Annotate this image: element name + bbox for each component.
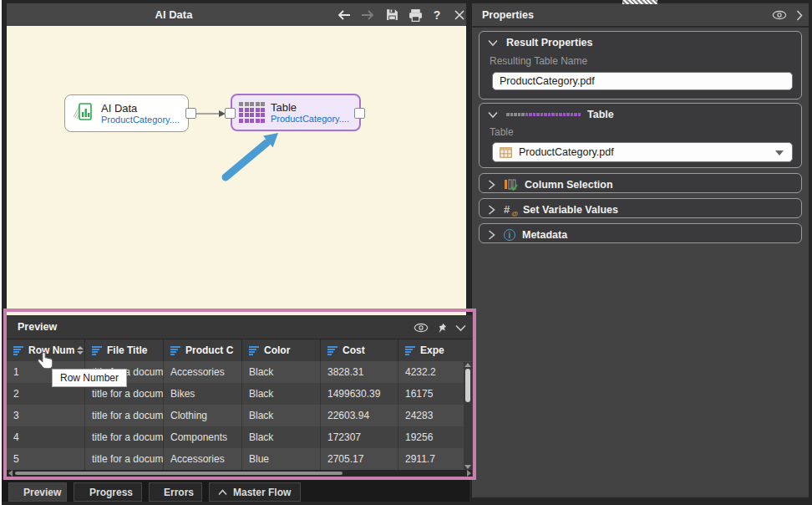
column-label: Product C — [185, 344, 233, 356]
column-header-color[interactable]: Color — [242, 339, 321, 361]
output-port[interactable] — [185, 108, 196, 119]
cell: title for a docume — [85, 448, 164, 470]
sort-bars-icon — [405, 346, 416, 355]
annotation-arrow — [216, 128, 287, 186]
flow-canvas[interactable]: AI Data ProductCategory.... Table Produc… — [7, 26, 466, 315]
cell: Blue — [242, 448, 321, 470]
flow-title: AI Data — [7, 3, 341, 26]
cell: 2705.17 — [321, 448, 398, 470]
tab-master-flow[interactable]: Master Flow — [209, 482, 301, 502]
cell: 4232.2 — [398, 361, 473, 383]
node-subtitle: ProductCategory.... — [101, 115, 180, 125]
horizontal-scrollbar[interactable] — [7, 470, 473, 477]
scroll-down-icon[interactable] — [464, 465, 471, 469]
chevron-right-icon — [488, 205, 495, 215]
chevron-right-icon — [488, 230, 495, 240]
column-header-cost[interactable]: Cost — [321, 339, 398, 361]
preview-title: Preview — [18, 315, 57, 339]
collapse-panel-icon[interactable] — [453, 320, 468, 335]
preview-panel: Preview Row Num File Title — [7, 315, 473, 477]
scroll-left-icon[interactable] — [8, 470, 13, 477]
tab-label: Preview — [23, 487, 61, 498]
section-metadata[interactable]: i Metadata — [479, 223, 802, 243]
cell: Bikes — [164, 383, 242, 405]
table-file-icon — [500, 147, 512, 158]
column-label: File Title — [107, 344, 147, 356]
sort-bars-icon — [92, 346, 103, 355]
section-header[interactable]: i Metadata — [488, 224, 567, 246]
sort-arrows-icon[interactable] — [77, 346, 84, 355]
section-column-selection[interactable]: Column Selection — [479, 173, 802, 193]
forward-icon[interactable] — [358, 3, 378, 26]
output-port[interactable] — [354, 108, 365, 119]
sort-bars-icon — [327, 346, 338, 355]
app-window: AI Data ? — [0, 0, 812, 505]
column-selection-icon — [504, 179, 518, 191]
cell: Black — [242, 426, 321, 448]
column-header-expe[interactable]: Expe — [398, 339, 473, 361]
table-row[interactable]: 4 title for a docume Components Black 17… — [7, 426, 473, 448]
chevron-down-icon — [488, 39, 498, 47]
collapse-panel-icon[interactable] — [792, 8, 807, 23]
scrollbar-thumb[interactable] — [15, 472, 343, 475]
scroll-up-icon[interactable] — [464, 363, 471, 367]
table-dropdown[interactable]: ProductCategory.pdf — [492, 142, 793, 162]
table-row[interactable]: 3 title for a docume Clothing Black 2260… — [7, 405, 473, 426]
vertical-scrollbar[interactable] — [464, 362, 472, 470]
info-icon: i — [504, 229, 515, 241]
resulting-table-name-input[interactable] — [492, 72, 793, 90]
tab-progress[interactable]: Progress — [74, 482, 142, 502]
table-grid-icon — [239, 102, 265, 123]
eye-icon[interactable] — [772, 8, 787, 23]
section-title: Metadata — [522, 229, 567, 241]
variables-icon: #@ — [504, 204, 516, 216]
node-ai-data[interactable]: AI Data ProductCategory.... — [64, 94, 189, 132]
chevron-up-icon — [218, 489, 227, 496]
column-header-file-title[interactable]: File Title — [85, 339, 164, 361]
cell: 4 — [7, 426, 85, 448]
table-row[interactable]: 5 title for a docume Accessories Blue 27… — [7, 448, 473, 470]
cell: 5 — [7, 448, 85, 470]
column-label: Expe — [420, 344, 444, 356]
preview-header: Preview — [7, 315, 473, 339]
cell: Black — [242, 405, 321, 426]
section-table: Table Table ProductCategory.pdf — [479, 103, 802, 168]
cell: 3 — [7, 405, 85, 426]
save-icon[interactable] — [382, 3, 402, 26]
section-header[interactable]: Result Properties — [488, 32, 593, 54]
section-header[interactable]: #@ Set Variable Values — [488, 199, 618, 221]
node-subtitle: ProductCategory.... — [271, 114, 349, 125]
tab-preview[interactable]: Preview — [8, 482, 67, 502]
tab-errors[interactable]: Errors — [149, 482, 202, 502]
column-label: Color — [264, 344, 290, 356]
section-result-properties: Result Properties Resulting Table Name — [479, 31, 802, 99]
cell: 16175 — [398, 383, 473, 405]
cell: 1499630.39 — [321, 383, 398, 405]
flow-titlebar: AI Data ? — [7, 3, 466, 26]
cell: Clothing — [164, 405, 242, 426]
sort-bars-icon — [170, 346, 181, 355]
tab-label: Errors — [164, 487, 194, 498]
node-table[interactable]: Table ProductCategory.... — [231, 94, 361, 131]
column-header-product-c[interactable]: Product C — [164, 339, 242, 361]
scroll-right-icon[interactable] — [467, 470, 471, 477]
section-header[interactable]: Table — [488, 104, 614, 125]
cell: Accessories — [164, 448, 242, 470]
cell: 24283 — [398, 405, 473, 426]
close-icon[interactable] — [449, 3, 469, 26]
node-title: AI Data — [101, 102, 180, 115]
eye-icon[interactable] — [414, 320, 429, 335]
dropdown-caret-icon — [775, 150, 784, 156]
pin-icon[interactable] — [434, 320, 449, 335]
back-icon[interactable] — [334, 3, 354, 26]
help-icon[interactable]: ? — [427, 3, 447, 26]
hand-cursor — [37, 351, 55, 375]
scrollbar-thumb[interactable] — [465, 369, 470, 402]
section-set-variable-values[interactable]: #@ Set Variable Values — [479, 198, 802, 218]
tab-label: Progress — [89, 487, 133, 498]
cell: Black — [242, 383, 321, 405]
input-port[interactable] — [225, 108, 236, 119]
print-icon[interactable] — [405, 3, 425, 26]
section-header[interactable]: Column Selection — [488, 174, 613, 196]
section-title: Set Variable Values — [523, 204, 618, 216]
